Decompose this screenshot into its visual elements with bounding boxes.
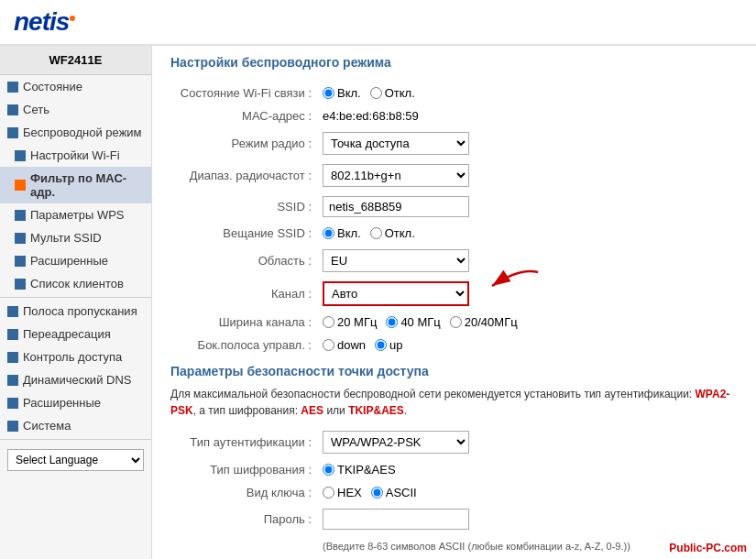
sidebar-item-advanced[interactable]: Расширенные (0, 391, 151, 414)
ssid-input[interactable] (323, 196, 469, 217)
ssid-broadcast-radio-group: Вкл. Откл. (323, 226, 732, 240)
bandwidth-icon (7, 306, 18, 317)
status-icon (7, 82, 18, 93)
radio-mode-select[interactable]: Точка доступа (323, 132, 469, 155)
wifi-status-radio-group: Вкл. Откл. (323, 86, 732, 100)
sb-up-text: up (389, 338, 402, 352)
sidebar-item-system[interactable]: Система (0, 414, 151, 437)
channel-value: Авто (317, 277, 738, 311)
sidebar-label-multi-ssid: Мульти SSID (30, 231, 102, 245)
ssid-on-label[interactable]: Вкл. (323, 226, 361, 240)
key-type-value: HEX ASCII (317, 481, 738, 504)
sb-down-text: down (337, 338, 366, 352)
channel-width-label: Ширина канала : (170, 311, 317, 334)
sideband-radio-group: down up (323, 338, 732, 352)
sb-down-label[interactable]: down (323, 338, 366, 352)
sidebar-item-access[interactable]: Контроль доступа (0, 345, 151, 368)
logo-dot (70, 16, 75, 21)
ssid-off-text: Откл. (385, 226, 415, 240)
sidebar-label-wps: Параметры WPS (30, 208, 125, 222)
sidebar-item-multi-ssid[interactable]: Мульти SSID (0, 226, 151, 249)
wifi-status-label: Состояние Wi-Fi связи : (170, 82, 317, 104)
wifi-on-label[interactable]: Вкл. (323, 86, 361, 100)
ssid-off-label[interactable]: Откл. (370, 226, 415, 240)
section1-title: Настройки беспроводного режима (170, 55, 738, 72)
sidebar-label-advanced: Расширенные (23, 396, 101, 410)
freq-value: 802.11b+g+n (317, 159, 738, 192)
mac-filter-icon (15, 180, 26, 191)
layout: WF2411E Состояние Сеть Беспроводной режи… (0, 46, 756, 559)
cw-20-radio[interactable] (323, 316, 334, 328)
cw-40-label[interactable]: 40 МГц (386, 315, 440, 329)
sidebar-label-ddns: Динамический DNS (23, 373, 131, 387)
password-input[interactable] (323, 509, 469, 530)
region-select[interactable]: EU (323, 249, 469, 272)
logo: netis (14, 7, 75, 37)
enc-label: Тип шифрования : (170, 458, 317, 481)
cw-40-radio[interactable] (386, 316, 398, 328)
ssid-broadcast-label: Вещание SSID : (170, 222, 317, 245)
wifi-on-text: Вкл. (337, 86, 361, 100)
key-ascii-radio[interactable] (371, 487, 383, 499)
language-select[interactable]: Select Language English Русский (7, 449, 144, 471)
key-ascii-label[interactable]: ASCII (371, 486, 417, 499)
highlight-tkip: TKIP&AES (348, 404, 404, 417)
table-row: Тип шифрования : TKIP&AES (170, 458, 738, 481)
radio-mode-label: Режим радио : (170, 127, 317, 159)
key-hex-label[interactable]: HEX (323, 486, 362, 499)
sidebar-item-wps[interactable]: Параметры WPS (0, 203, 151, 226)
table-row: Состояние Wi-Fi связи : Вкл. Откл. (170, 82, 738, 104)
freq-select[interactable]: 802.11b+g+n (323, 164, 469, 187)
sb-up-radio[interactable] (375, 339, 387, 351)
region-value: EU (317, 245, 738, 277)
sidebar-item-advanced-sub[interactable]: Расширенные (0, 249, 151, 272)
highlight-aes: AES (301, 404, 323, 417)
sidebar-item-bandwidth[interactable]: Полоса пропускания (0, 300, 151, 323)
wifi-off-radio[interactable] (370, 87, 382, 99)
ssid-broadcast-value: Вкл. Откл. (317, 222, 738, 245)
freq-label: Диапаз. радиочастот : (170, 159, 317, 192)
key-type-label: Вид ключа : (170, 481, 317, 504)
sidebar-item-wifi-settings[interactable]: Настройки Wi-Fi (0, 144, 151, 167)
wifi-settings-icon (15, 150, 26, 161)
table-row: Диапаз. радиочастот : 802.11b+g+n (170, 159, 738, 192)
auth-select[interactable]: WPA/WPA2-PSK (323, 431, 469, 454)
table-row: (Введите 8-63 символов ASCII (любые комб… (170, 534, 738, 557)
table-row: МАС-адрес : e4:be:ed:68:b8:59 (170, 104, 738, 127)
warning-text: Для максимальной безопасности беспроводн… (170, 386, 738, 419)
sb-down-radio[interactable] (323, 339, 334, 351)
wifi-on-radio[interactable] (323, 87, 334, 99)
sidebar-item-clients[interactable]: Список клиентов (0, 272, 151, 295)
cw-40-text: 40 МГц (400, 315, 440, 329)
sidebar-item-ddns[interactable]: Динамический DNS (0, 368, 151, 391)
password-label: Пароль : (170, 504, 317, 534)
ssid-off-radio[interactable] (370, 227, 382, 239)
sidebar-item-network[interactable]: Сеть (0, 98, 151, 121)
table-row: Бок.полоса управл. : down up (170, 334, 738, 356)
sidebar-label-bandwidth: Полоса пропускания (23, 304, 137, 318)
sidebar-item-mac-filter[interactable]: Фильтр по МАС-адр. (0, 167, 151, 203)
channel-width-radio-group: 20 МГц 40 МГц 20/40МГц (323, 315, 732, 329)
wifi-off-text: Откл. (385, 86, 415, 100)
key-hex-radio[interactable] (323, 487, 334, 499)
password-value (317, 504, 738, 534)
advanced-icon (7, 398, 18, 409)
enc-tkip-radio[interactable] (323, 464, 334, 476)
sb-up-label[interactable]: up (375, 338, 402, 352)
table-row: Тип аутентификации : WPA/WPA2-PSK (170, 426, 738, 458)
enc-tkip-label[interactable]: TKIP&AES (323, 463, 396, 477)
wifi-off-label[interactable]: Откл. (370, 86, 415, 100)
sidebar-item-wireless[interactable]: Беспроводной режим (0, 121, 151, 144)
device-name: WF2411E (0, 46, 151, 75)
cw-2040-label[interactable]: 20/40МГц (450, 315, 518, 329)
enc-tkip-text: TKIP&AES (337, 463, 396, 477)
cw-20-label[interactable]: 20 МГц (323, 315, 377, 329)
mac-address-text: e4:be:ed:68:b8:59 (323, 109, 419, 123)
cw-2040-radio[interactable] (450, 316, 462, 328)
sidebar-item-redirect[interactable]: Переадресация (0, 323, 151, 345)
main-content: Настройки беспроводного режима Состояние… (152, 46, 756, 559)
channel-select[interactable]: Авто (323, 281, 469, 306)
advanced-sub-icon (15, 256, 26, 267)
ssid-on-radio[interactable] (323, 227, 334, 239)
sidebar-item-status[interactable]: Состояние (0, 75, 151, 98)
